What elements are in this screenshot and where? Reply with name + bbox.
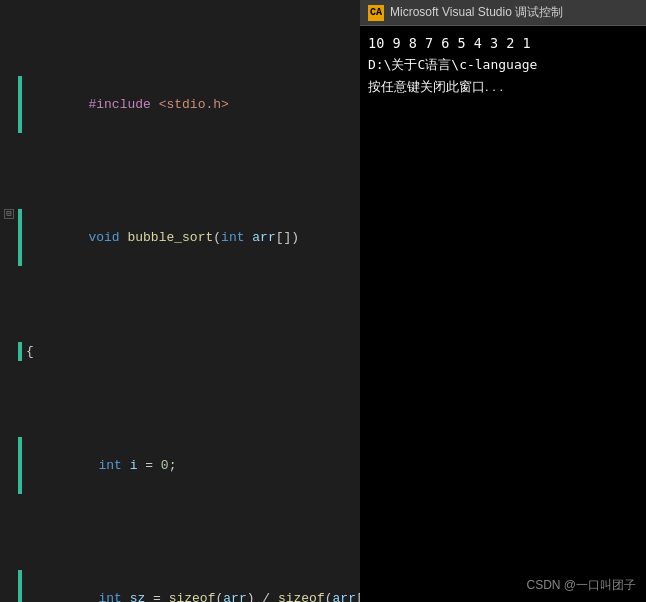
code-text-4: int i = 0; — [22, 437, 180, 494]
code-line-3: { — [0, 342, 360, 361]
terminal-path: D:\关于C语言\c-language — [368, 54, 638, 76]
code-line-4: int i = 0; — [0, 437, 360, 494]
code-line-5: int sz = sizeof(arr) / sizeof(arr[0]); — [0, 570, 360, 602]
code-text-3: { — [22, 342, 38, 361]
terminal-body: 10 9 8 7 6 5 4 3 2 1 D:\关于C语言\c-language… — [360, 26, 646, 104]
code-text-5: int sz = sizeof(arr) / sizeof(arr[0]); — [22, 570, 360, 602]
code-text-1: #include <stdio.h> — [22, 76, 233, 133]
code-line-1: #include <stdio.h> — [0, 76, 360, 133]
terminal-title: Microsoft Visual Studio 调试控制 — [390, 4, 563, 21]
gutter-2: ⊟ — [0, 209, 18, 219]
terminal-panel: CA Microsoft Visual Studio 调试控制 10 9 8 7… — [360, 0, 646, 602]
code-text-2: void bubble_sort(int arr[]) — [22, 209, 303, 266]
terminal-close-msg: 按任意键关闭此窗口. . . — [368, 76, 638, 98]
terminal-titlebar: CA Microsoft Visual Studio 调试控制 — [360, 0, 646, 26]
terminal-icon-text: CA — [370, 7, 382, 18]
code-editor: #include <stdio.h> ⊟ void bubble_sort(in… — [0, 0, 360, 602]
code-content: #include <stdio.h> ⊟ void bubble_sort(in… — [0, 0, 360, 602]
collapse-btn-2[interactable]: ⊟ — [4, 209, 14, 219]
terminal-footer: CSDN @一口叫团子 — [526, 577, 636, 594]
code-line-2: ⊟ void bubble_sort(int arr[]) — [0, 209, 360, 266]
terminal-output: 10 9 8 7 6 5 4 3 2 1 — [368, 32, 638, 54]
terminal-icon: CA — [368, 5, 384, 21]
